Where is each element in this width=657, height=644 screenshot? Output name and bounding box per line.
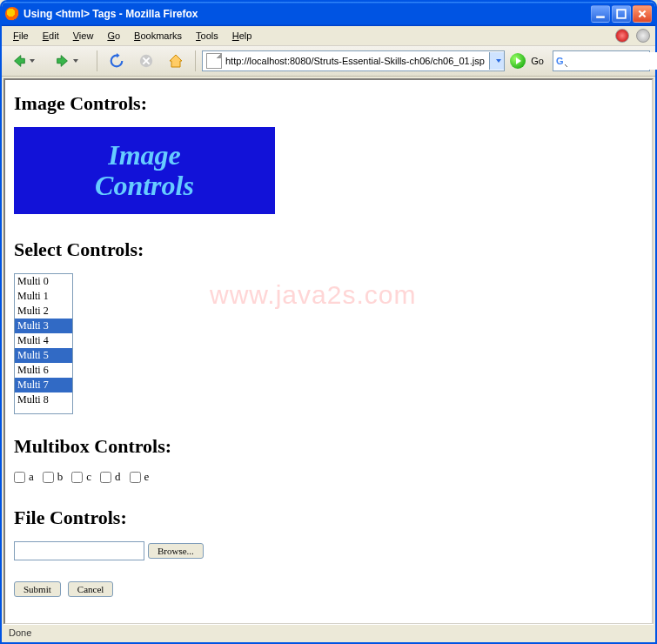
menu-edit[interactable]: Edit (37, 29, 65, 43)
url-bar[interactable] (202, 50, 505, 71)
menubar: File Edit View Go Bookmarks Tools Help (2, 26, 655, 46)
heading-multibox-controls: Multibox Controls: (14, 435, 643, 458)
go-button[interactable] (510, 53, 526, 69)
search-box[interactable]: G (553, 50, 650, 71)
select-option[interactable]: Multi 1 (15, 289, 72, 304)
menu-help[interactable]: Help (226, 29, 258, 43)
image-line1: Image (108, 140, 181, 171)
content-viewport: Image Controls: Image Controls Select Co… (3, 78, 654, 625)
multibox-label: a (29, 470, 34, 484)
multibox-label: c (86, 470, 91, 484)
multibox-label: d (115, 470, 121, 484)
select-option[interactable]: Multi 3 (15, 319, 72, 333)
menu-tools[interactable]: Tools (190, 29, 225, 43)
multibox-row: abcde (14, 470, 643, 484)
heading-select-controls: Select Controls: (14, 238, 643, 261)
svg-text:G: G (556, 56, 564, 66)
menu-view[interactable]: View (67, 29, 100, 43)
watermark: www.java2s.com (210, 280, 416, 310)
browse-button[interactable]: Browse... (148, 543, 204, 559)
menu-bookmarks[interactable]: Bookmarks (128, 29, 188, 43)
multibox-item[interactable]: d (100, 470, 121, 484)
select-option[interactable]: Multi 8 (15, 392, 72, 407)
back-button[interactable] (7, 48, 47, 74)
cancel-button[interactable]: Cancel (68, 581, 114, 597)
select-option[interactable]: Multi 5 (15, 348, 72, 363)
status-text: Done (9, 627, 31, 638)
multibox-checkbox[interactable] (14, 472, 25, 483)
select-option[interactable]: Multi 4 (15, 333, 72, 348)
search-input[interactable] (571, 52, 657, 70)
stop-button[interactable] (133, 48, 159, 74)
titlebar: Using <html> Tags - Mozilla Firefox (2, 2, 655, 26)
multibox-checkbox[interactable] (100, 472, 111, 483)
heading-image-controls: Image Controls: (14, 92, 643, 115)
svg-rect-0 (596, 16, 605, 17)
submit-button[interactable]: Submit (14, 581, 61, 597)
minimize-button[interactable] (591, 5, 610, 23)
app-window: Using <html> Tags - Mozilla Firefox File… (0, 0, 657, 644)
activity-throbber-icon (636, 29, 650, 43)
multibox-checkbox[interactable] (130, 472, 141, 483)
go-label: Go (531, 56, 544, 66)
home-button[interactable] (163, 48, 189, 74)
multibox-label: e (144, 470, 150, 484)
multibox-item[interactable]: b (43, 470, 64, 484)
svg-line-4 (565, 64, 567, 67)
heading-file-controls: File Controls: (14, 506, 643, 529)
page-content[interactable]: Image Controls: Image Controls Select Co… (5, 80, 652, 623)
navigation-toolbar: Go G (2, 46, 655, 77)
select-option[interactable]: Multi 7 (15, 378, 72, 392)
select-option[interactable]: Multi 0 (15, 274, 72, 289)
separator (195, 50, 196, 71)
url-dropdown[interactable] (489, 52, 504, 70)
forward-button[interactable] (50, 48, 91, 74)
file-control-row: Browse... (14, 541, 643, 560)
multibox-item[interactable]: c (71, 470, 91, 484)
menu-go[interactable]: Go (101, 29, 126, 43)
chevron-down-icon (496, 59, 501, 63)
multibox-label: b (57, 470, 64, 484)
image-line2: Controls (95, 171, 194, 201)
google-search-icon: G (556, 55, 568, 67)
multibox-item[interactable]: a (14, 470, 34, 484)
file-path-input[interactable] (14, 541, 144, 560)
multibox-item[interactable]: e (130, 470, 150, 484)
form-buttons: Submit Cancel (14, 581, 643, 597)
multibox-checkbox[interactable] (43, 472, 54, 483)
stop-throbber-icon[interactable] (615, 29, 629, 43)
url-input[interactable] (225, 53, 489, 69)
image-control-banner[interactable]: Image Controls (14, 127, 275, 214)
close-button[interactable] (633, 5, 652, 23)
window-title: Using <html> Tags - Mozilla Firefox (23, 8, 591, 20)
firefox-icon (5, 7, 19, 21)
select-option[interactable]: Multi 2 (15, 304, 72, 319)
chevron-down-icon (30, 59, 35, 63)
separator (97, 50, 97, 71)
page-icon (206, 53, 222, 69)
maximize-button[interactable] (612, 5, 631, 23)
chevron-down-icon (73, 59, 78, 63)
multi-select-listbox[interactable]: Multi 0Multi 1Multi 2Multi 3Multi 4Multi… (14, 273, 73, 414)
select-option[interactable]: Multi 6 (15, 363, 72, 378)
statusbar: Done (3, 624, 654, 641)
multibox-checkbox[interactable] (71, 472, 83, 483)
reload-button[interactable] (104, 48, 130, 74)
menu-file[interactable]: File (7, 29, 35, 43)
svg-rect-1 (617, 10, 626, 18)
